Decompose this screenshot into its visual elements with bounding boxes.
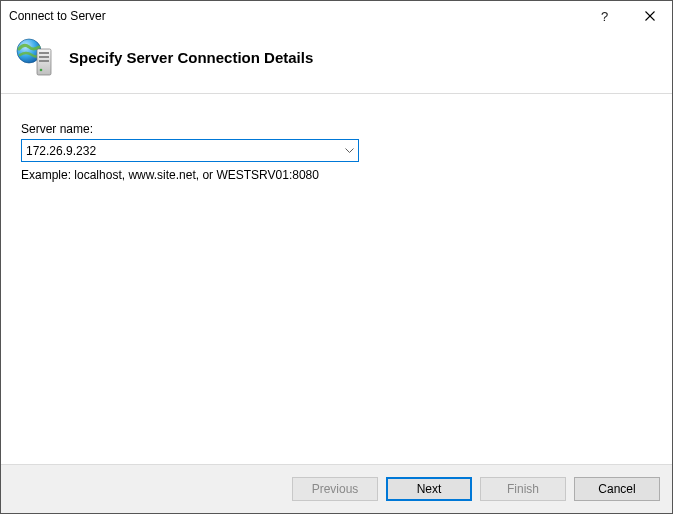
dialog-window: Connect to Server ? bbox=[0, 0, 673, 514]
wizard-footer: Previous Next Finish Cancel bbox=[1, 465, 672, 513]
svg-rect-6 bbox=[39, 60, 49, 62]
svg-rect-5 bbox=[39, 56, 49, 58]
server-name-label: Server name: bbox=[21, 122, 654, 136]
finish-button: Finish bbox=[480, 477, 566, 501]
server-name-input[interactable] bbox=[22, 140, 340, 161]
wizard-heading: Specify Server Connection Details bbox=[69, 49, 313, 66]
svg-point-7 bbox=[40, 69, 43, 72]
svg-rect-4 bbox=[39, 52, 49, 54]
next-button[interactable]: Next bbox=[386, 477, 472, 501]
server-name-combobox[interactable] bbox=[21, 139, 359, 162]
server-name-dropdown-button[interactable] bbox=[340, 140, 358, 161]
help-button[interactable]: ? bbox=[582, 1, 627, 31]
server-icon bbox=[15, 37, 55, 77]
close-icon bbox=[645, 11, 655, 21]
chevron-down-icon bbox=[345, 148, 354, 154]
close-button[interactable] bbox=[627, 1, 672, 31]
window-title: Connect to Server bbox=[9, 9, 582, 23]
previous-button: Previous bbox=[292, 477, 378, 501]
cancel-button[interactable]: Cancel bbox=[574, 477, 660, 501]
wizard-header: Specify Server Connection Details bbox=[1, 31, 672, 93]
titlebar: Connect to Server ? bbox=[1, 1, 672, 31]
wizard-content: Server name: Example: localhost, www.sit… bbox=[1, 93, 672, 465]
server-name-example: Example: localhost, www.site.net, or WES… bbox=[21, 168, 654, 182]
